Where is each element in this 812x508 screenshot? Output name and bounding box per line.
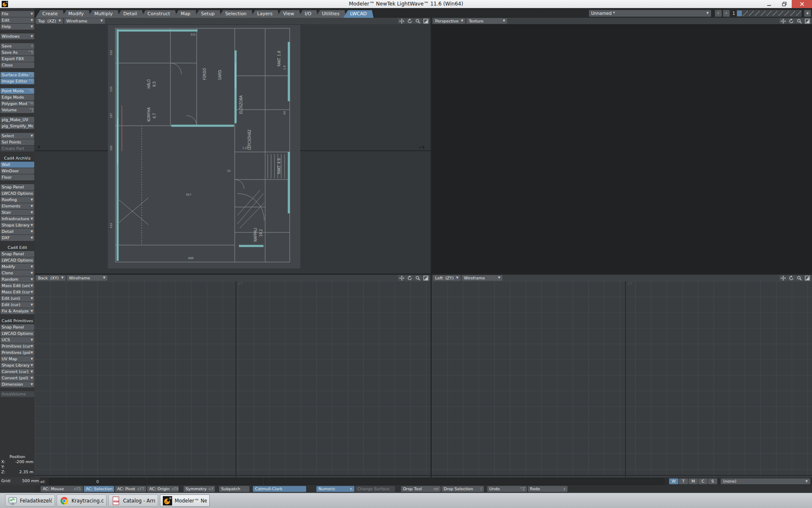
sidebar-item-ucs[interactable]: UCS▼ (0, 337, 34, 343)
sidebar-item-snap-panel[interactable]: Snap Panel (0, 324, 34, 330)
zoom-icon[interactable] (414, 18, 422, 24)
sidebar-item-uv-map[interactable]: UV Map▼ (0, 356, 34, 362)
sidebar-item-clone[interactable]: Clone▼ (0, 270, 34, 276)
menu-tab-construct[interactable]: Construct (141, 10, 177, 18)
sidebar-item-file[interactable]: File▼ (0, 11, 34, 17)
sidebar-item-fix-analyze[interactable]: Fix & Analyze▼ (0, 308, 34, 314)
sidebar-item-infrastructure[interactable]: Infrastructure▼ (0, 216, 34, 222)
sidebar-item-dxf[interactable]: DXF▼ (0, 235, 34, 241)
taskbar-item-catalog-arrowa[interactable]: PDFCatalog - Arrowa... (108, 494, 158, 507)
toolbar-button-ac-selection[interactable]: AC: Selection+F8 (84, 486, 114, 492)
toolbar-button-drop-selection[interactable]: Drop Selection/ (442, 486, 484, 492)
sidebar-item-wall[interactable]: Wall (0, 162, 34, 168)
zoom-icon[interactable] (796, 275, 803, 281)
sidebar-item-point-mode[interactable]: Point Mode^G (0, 88, 34, 94)
mode-button-t[interactable]: T (679, 478, 688, 484)
menu-tab-detail[interactable]: Detail (116, 10, 143, 18)
mode-button-m[interactable]: M (689, 478, 698, 484)
sidebar-item-image-editor[interactable]: Image EditorF6 (0, 78, 34, 84)
sidebar-item-roofing[interactable]: Roofing▼ (0, 197, 34, 203)
view-type-dropdown[interactable]: Perspective ▼ (433, 18, 465, 24)
viewport-canvas-left[interactable]: +Y (432, 281, 812, 478)
render-mode-dropdown[interactable]: Wireframe ▼ (64, 18, 105, 24)
menu-tab-create[interactable]: Create (36, 10, 65, 18)
sidebar-item-modify[interactable]: Modify▼ (0, 264, 34, 270)
toolbar-button-numeric[interactable]: Numericn (316, 486, 354, 492)
sidebar-item-edit[interactable]: Edit▼ (0, 17, 34, 23)
pan-icon[interactable] (779, 275, 787, 281)
layer-chip[interactable] (766, 10, 772, 17)
pan-icon[interactable] (779, 18, 787, 24)
menu-tab-selection[interactable]: Selection (218, 10, 253, 18)
pan-icon[interactable] (398, 275, 406, 281)
fit-icon[interactable] (422, 275, 430, 281)
layer-chip[interactable] (790, 10, 796, 17)
sidebar-item-edge-mode[interactable]: Edge Mode (0, 94, 34, 100)
sidebar-item-sel-points[interactable]: Sel Points (0, 139, 34, 145)
menu-tab-lwcad[interactable]: LWCAD (343, 10, 374, 18)
render-mode-dropdown[interactable]: Texture ▼ (466, 18, 507, 24)
render-mode-dropdown[interactable]: Wireframe ▼ (462, 275, 502, 281)
sidebar-item-surface-editor[interactable]: Surface EditorF5 (0, 72, 34, 78)
sidebar-item-export-fbx[interactable]: Export FBX (0, 56, 34, 62)
object-selector-dropdown[interactable]: Unnamed * ▼ (589, 10, 711, 17)
sidebar-item-help[interactable]: Help▼ (0, 24, 34, 30)
layer-list-button[interactable]: ▼ (804, 10, 811, 17)
toolbar-button-catmull-clark[interactable]: Catmull-Clark (253, 486, 306, 492)
minimize-icon[interactable] (761, 0, 776, 8)
layer-chip[interactable] (784, 10, 790, 17)
prev-object-button[interactable]: ‹ (715, 10, 722, 17)
sidebar-item-save-as[interactable]: Save As^S (0, 50, 34, 55)
mode-button-c[interactable]: C (698, 478, 708, 484)
view-type-dropdown[interactable]: Back (XY) ▼ (36, 275, 66, 281)
sidebar-item-lwcad-options[interactable]: LWCAD Options (0, 331, 34, 337)
sidebar-item-snap-panel[interactable]: Snap Panel (0, 251, 34, 257)
layer-chip[interactable] (760, 10, 766, 17)
vertex-map-dropdown[interactable]: (none) ▼ (721, 478, 810, 484)
menu-tab-layers[interactable]: Layers (250, 10, 279, 18)
sidebar-item-select[interactable]: Select▼ (0, 133, 34, 139)
sidebar-item-edit-uni[interactable]: Edit (uni)▼ (0, 295, 34, 301)
sidebar-item-windoor[interactable]: WinDoor (0, 168, 34, 174)
taskbar-item-kraytracing-com[interactable]: Kraytracing.com •... (57, 494, 107, 507)
toolbar-button-undo[interactable]: Undo^Z (487, 486, 527, 492)
sidebar-item-plg-make-uv[interactable]: plg_Make_UV (0, 117, 34, 123)
sidebar-item-dimension[interactable]: Dimension▼ (0, 381, 34, 387)
sidebar-item-stair[interactable]: Stair▼ (0, 210, 34, 215)
rotate-icon[interactable] (787, 18, 795, 24)
sidebar-item-shape-library-3[interactable]: Shape Library 3▼ (0, 362, 34, 368)
sidebar-item-primitives-cur[interactable]: Primitives (cur)▼ (0, 343, 34, 349)
rotate-icon[interactable] (406, 275, 414, 281)
layer-chip[interactable] (772, 10, 778, 17)
view-type-dropdown[interactable]: Top (XZ) ▼ (36, 18, 63, 24)
menu-tab-utilities[interactable]: Utilities (315, 10, 346, 18)
sidebar-item-lwcad-options[interactable]: LWCAD Options (0, 190, 34, 196)
close-icon[interactable] (792, 0, 812, 8)
sidebar-item-plg-simplify-mesh[interactable]: plg_Simplify_Mesh (0, 123, 34, 129)
menu-tab-map[interactable]: Map (174, 10, 197, 18)
mode-button-s[interactable]: S (708, 478, 717, 484)
sidebar-item-convert-cur[interactable]: Convert (cur)▼ (0, 369, 34, 375)
menu-tab-i-o[interactable]: I/O (298, 10, 318, 18)
sidebar-item-floor[interactable]: Floor (0, 174, 34, 180)
layer-chip-current[interactable] (737, 10, 742, 17)
sidebar-item-shape-library-3[interactable]: Shape Library 3▼ (0, 222, 34, 228)
pan-icon[interactable] (398, 18, 406, 24)
toolbar-button-redo[interactable]: Redoz (528, 486, 568, 492)
layer-chip[interactable] (778, 10, 784, 17)
toolbar-button-ac-mouse[interactable]: AC: Mouse+F5 (41, 486, 83, 492)
menu-tab-setup[interactable]: Setup (194, 10, 221, 18)
sidebar-item-convert-pol[interactable]: Convert (pol)▼ (0, 375, 34, 381)
sidebar-item-lwcad-options[interactable]: LWCAD Options (0, 257, 34, 263)
fit-icon[interactable] (422, 18, 430, 24)
menu-tab-modify[interactable]: Modify (62, 10, 91, 18)
fit-icon[interactable] (804, 18, 811, 24)
menu-tab-multiply[interactable]: Multiply (88, 10, 119, 18)
viewport-canvas-top[interactable]: X +X (35, 24, 431, 273)
sidebar-item-snap-panel[interactable]: Snap Panel (0, 184, 34, 190)
sidebar-item-elements[interactable]: Elements▼ (0, 203, 34, 209)
layer-chip[interactable] (743, 10, 748, 17)
view-type-dropdown[interactable]: Left (ZY) ▼ (433, 275, 461, 281)
sidebar-item-mass-edit-uni[interactable]: Mass Edit (uni)▼ (0, 283, 34, 289)
zoom-icon[interactable] (796, 18, 803, 24)
